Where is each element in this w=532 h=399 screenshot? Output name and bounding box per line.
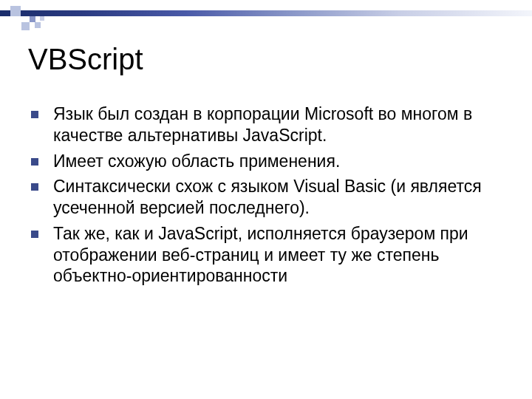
list-item: Так же, как и JavaScript, исполняется бр… <box>28 223 504 287</box>
slide-title: VBScript <box>28 43 143 76</box>
square-icon <box>10 6 21 16</box>
square-icon <box>40 16 44 21</box>
list-item: Имеет схожую область применения. <box>28 151 504 172</box>
square-icon <box>21 22 30 30</box>
square-icon <box>30 16 35 22</box>
square-icon <box>35 22 41 28</box>
slide-content: Язык был создан в корпорации Microsoft в… <box>28 103 504 291</box>
bullet-list: Язык был создан в корпорации Microsoft в… <box>28 103 504 287</box>
gradient-bar <box>0 10 532 16</box>
list-item: Синтаксически схож с языком Visual Basic… <box>28 176 504 219</box>
decorative-header <box>0 0 532 34</box>
list-item: Язык был создан в корпорации Microsoft в… <box>28 103 504 146</box>
